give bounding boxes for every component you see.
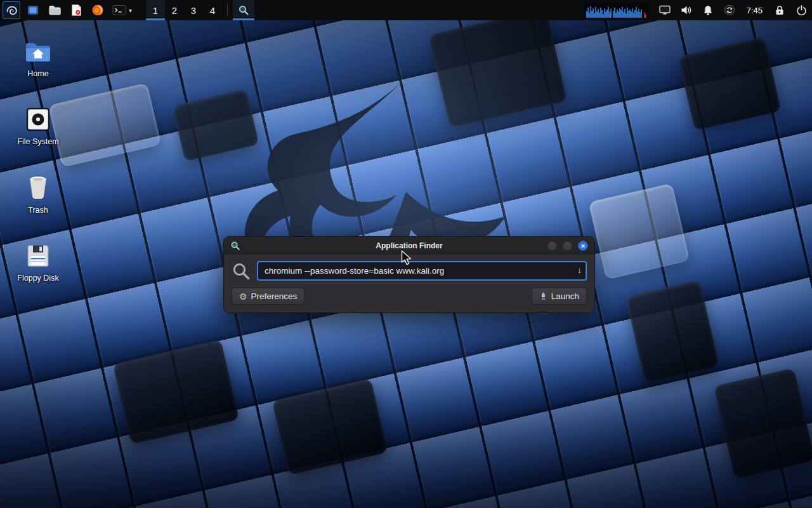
desktop-icon-floppy-disk[interactable]: Floppy Disk bbox=[5, 243, 71, 283]
notifications-bell-icon[interactable] bbox=[701, 3, 715, 17]
display-icon bbox=[659, 5, 671, 15]
file-system-icon bbox=[25, 106, 51, 133]
launch-icon bbox=[539, 292, 547, 301]
chevron-down-icon[interactable]: ▾ bbox=[129, 7, 132, 14]
floppy-disk-icon bbox=[25, 243, 51, 269]
launcher-firefox[interactable] bbox=[89, 1, 107, 19]
panel-right: 7:45 bbox=[584, 0, 812, 20]
kali-logo-icon bbox=[5, 4, 18, 17]
command-field-wrap: ↓ bbox=[257, 261, 587, 281]
panel-clock[interactable]: 7:45 bbox=[744, 6, 765, 15]
application-finder-task-icon bbox=[238, 4, 249, 16]
desktop-icon-file-system[interactable]: File System bbox=[5, 106, 71, 146]
launcher-file-manager[interactable] bbox=[46, 1, 63, 19]
launcher-terminal[interactable] bbox=[110, 1, 128, 19]
updates-icon[interactable] bbox=[723, 3, 737, 17]
speaker-icon bbox=[681, 5, 692, 15]
workspace-switcher: 1 2 3 4 bbox=[146, 0, 222, 20]
window-controls: × bbox=[547, 241, 588, 251]
home-icon bbox=[25, 38, 51, 65]
terminal-icon bbox=[112, 4, 126, 16]
text-editor-icon bbox=[71, 4, 82, 17]
update-circle-icon bbox=[724, 4, 735, 16]
panel-separator bbox=[227, 4, 228, 17]
desktop-icon-home[interactable]: Home bbox=[5, 38, 71, 78]
power-icon bbox=[796, 5, 807, 16]
screen-lock-button[interactable] bbox=[773, 3, 787, 17]
launcher-window[interactable] bbox=[24, 1, 42, 19]
close-button[interactable]: × bbox=[578, 241, 588, 251]
window-title: Application Finder bbox=[224, 241, 594, 250]
firefox-icon bbox=[91, 4, 104, 17]
window-icon bbox=[27, 4, 39, 17]
launcher-text-editor[interactable] bbox=[67, 1, 85, 19]
launch-label: Launch bbox=[551, 291, 579, 301]
desktop: Home File System Trash bbox=[0, 20, 812, 508]
desktop-icon-trash[interactable]: Trash bbox=[5, 175, 71, 215]
application-finder-window: Application Finder × ↓ bbox=[223, 236, 595, 313]
button-row: ⚙ Preferences Launch bbox=[232, 288, 587, 305]
maximize-button[interactable] bbox=[563, 241, 572, 251]
cpu-graph-bars bbox=[586, 3, 649, 18]
bell-icon bbox=[703, 5, 713, 16]
cpu-graph[interactable] bbox=[584, 3, 650, 18]
workspace-3[interactable]: 3 bbox=[184, 0, 203, 20]
history-dropdown-icon[interactable]: ↓ bbox=[577, 265, 582, 275]
preferences-label: Preferences bbox=[251, 291, 298, 301]
gear-icon: ⚙ bbox=[239, 291, 247, 302]
search-icon bbox=[232, 262, 251, 281]
desktop-icon-label: Floppy Disk bbox=[17, 274, 58, 283]
taskbar-application-finder[interactable] bbox=[233, 0, 254, 20]
lock-icon bbox=[775, 5, 785, 16]
panel-left: ▾ 1 2 3 4 bbox=[0, 0, 254, 20]
applications-menu-button[interactable] bbox=[3, 1, 20, 19]
preferences-button[interactable]: ⚙ Preferences bbox=[232, 288, 304, 305]
workspace-2[interactable]: 2 bbox=[165, 0, 184, 20]
screen: ▾ 1 2 3 4 bbox=[0, 0, 812, 508]
desktop-icon-label: Trash bbox=[28, 206, 48, 215]
display-settings-icon[interactable] bbox=[658, 3, 672, 17]
desktop-icon-label: Home bbox=[27, 69, 48, 78]
mouse-cursor bbox=[401, 250, 413, 267]
volume-icon[interactable] bbox=[679, 3, 693, 17]
logout-power-button[interactable] bbox=[794, 3, 808, 17]
minimize-button[interactable] bbox=[547, 241, 557, 251]
command-input[interactable] bbox=[257, 261, 587, 281]
workspace-4[interactable]: 4 bbox=[203, 0, 222, 20]
trash-icon bbox=[25, 175, 51, 201]
launch-button[interactable]: Launch bbox=[532, 288, 587, 305]
window-app-icon bbox=[230, 241, 240, 251]
desktop-icon-label: File System bbox=[17, 137, 58, 146]
workspace-1[interactable]: 1 bbox=[146, 0, 165, 20]
top-panel: ▾ 1 2 3 4 bbox=[0, 0, 812, 20]
folder-icon bbox=[48, 4, 62, 16]
